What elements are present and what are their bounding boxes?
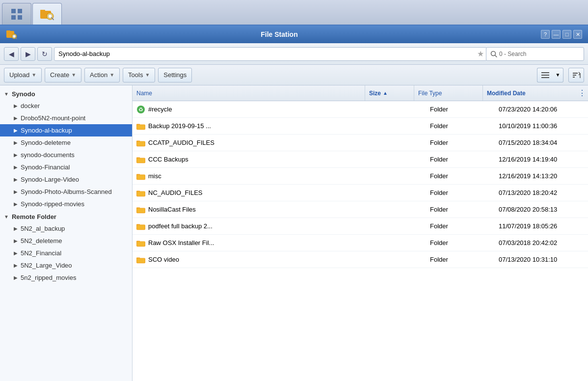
search-input[interactable] [528,50,558,57]
file-type: Folder [426,239,495,246]
svg-rect-3 [18,15,22,20]
upload-button[interactable]: Upload ▼ [4,68,42,82]
sidebar-item-drobo5n2-mount-point[interactable]: ▶Drobo5N2-mount-point [0,112,132,124]
create-dropdown-arrow: ▼ [71,72,76,78]
svg-rect-39 [137,191,145,196]
svg-text:♻: ♻ [138,107,143,112]
sidebar-item-5n2-financial[interactable]: ▶5N2_Financial [0,247,132,259]
sidebar-item-synodo-large-video[interactable]: ▶Synodo-Large-Video [0,173,132,186]
tab-grid[interactable] [2,3,31,25]
item-arrow: ▶ [14,201,18,207]
window-title: File Station [18,30,541,38]
header-options[interactable]: ⋮ [576,85,588,101]
sidebar-item-5n2-large-video[interactable]: ▶5N2_Large_Video [0,259,132,272]
view-dropdown-button[interactable]: ▼ [553,68,563,82]
close-button[interactable]: ✕ [573,30,582,39]
svg-rect-51 [137,258,145,263]
sidebar-item-synodo-financial[interactable]: ▶Synodo-Financial [0,161,132,173]
sort-button[interactable] [568,68,584,82]
header-size[interactable]: Size ▲ [365,85,414,101]
item-arrow: ▶ [14,263,18,268]
header-modified-date[interactable]: Modified Date [483,85,576,101]
favorite-icon[interactable]: ★ [477,49,484,58]
item-arrow: ▶ [14,177,18,182]
forward-button[interactable]: ▶ [21,47,35,61]
file-modified: 07/23/2020 14:20:06 [495,106,588,113]
file-type: Folder [426,222,495,230]
table-row[interactable]: SCO video Folder 07/13/2020 10:31:10 [133,251,588,268]
action-button[interactable]: Action ▼ [84,68,120,82]
nav-bar: ◀ ▶ ↻ ★ 0 - Search [0,43,588,65]
table-row[interactable]: CCATP_AUDIO_FILES Folder 07/15/2020 18:3… [133,135,588,151]
folder-icon [136,122,145,130]
item-arrow: ▶ [14,275,18,280]
file-name: Backup 2019-09-15 ... [133,122,377,130]
upload-dropdown-arrow: ▼ [31,72,36,78]
header-file-type[interactable]: File Type [414,85,483,101]
tab-file-station[interactable] [32,3,62,25]
svg-rect-45 [137,225,145,229]
folder-icon [136,189,145,197]
folder-icon [136,156,145,163]
header-name[interactable]: Name [133,85,365,101]
sidebar-section-remote[interactable]: ▼ Remote Folder [0,210,132,222]
toolbar: Upload ▼ Create ▼ Action ▼ Tools ▼ Setti… [0,65,588,85]
file-type: Folder [426,106,495,113]
remote-items: ▶5N2_al_backup▶5N2_deleteme▶5N2_Financia… [0,222,132,284]
item-arrow: ▶ [14,164,18,170]
tab-bar [0,0,588,26]
table-row[interactable]: podfeet full backup 2... Folder 11/07/20… [133,218,588,235]
sidebar-item-synodo-ripped-movies[interactable]: ▶Synodo-ripped-movies [0,198,132,210]
synodo-collapse-arrow: ▼ [4,91,9,97]
item-arrow: ▶ [14,238,18,244]
file-name: podfeet full backup 2... [133,222,377,230]
sidebar-item-synodo-photo-albums-scanned[interactable]: ▶Synodo-Photo-Albums-Scanned [0,186,132,198]
folder-icon [136,206,145,214]
sidebar-item-5n2-al-backup[interactable]: ▶5N2_al_backup [0,222,132,235]
sidebar-item-5n2-deleteme[interactable]: ▶5N2_deleteme [0,235,132,247]
path-input[interactable] [54,47,487,61]
sidebar-item-docker[interactable]: ▶docker [0,100,132,112]
title-bar: File Station ? — □ ✕ [0,26,588,43]
maximize-button[interactable]: □ [562,30,571,39]
file-name: CCC Backups [133,156,377,163]
create-label: Create [50,71,69,79]
sidebar-item-synodo-al-backup[interactable]: ▶Synodo-al-backup [0,124,132,136]
grid-icon [10,7,24,21]
size-sort-arrow: ▲ [383,90,388,96]
tools-button[interactable]: Tools ▼ [123,68,155,82]
file-type: Folder [426,189,495,196]
list-view-button[interactable] [537,68,553,82]
sidebar-item-5n2-ripped-movies[interactable]: ▶5n2_ripped_movies [0,272,132,284]
sidebar-section-synodo[interactable]: ▼ Synodo [0,87,132,100]
item-arrow: ▶ [14,152,18,158]
sidebar-item-synodo-documents[interactable]: ▶synodo-documents [0,149,132,161]
file-name: CCATP_AUDIO_FILES [133,139,377,147]
back-button[interactable]: ◀ [4,47,19,61]
table-row[interactable]: ♻ #recycle Folder 07/23/2020 14:20:06 [133,101,588,118]
search-prefix: 0 - Search [499,51,526,57]
main-layout: ▼ Synodo ▶docker▶Drobo5N2-mount-point▶Sy… [0,85,588,381]
minimize-button[interactable]: — [552,30,561,39]
svg-rect-27 [137,125,145,129]
settings-button[interactable]: Settings [158,68,192,82]
refresh-button[interactable]: ↻ [37,47,52,61]
svg-rect-30 [137,141,145,146]
table-row[interactable]: NosillaCast Files Folder 07/08/2020 20:5… [133,201,588,218]
forward-icon: ▶ [26,50,31,58]
file-table-header: Name Size ▲ File Type Modified Date ⋮ [133,85,588,101]
table-row[interactable]: Backup 2019-09-15 ... Folder 10/10/2019 … [133,118,588,135]
help-button[interactable]: ? [541,30,550,39]
table-row[interactable]: Raw OSX Installer Fil... Folder 07/03/20… [133,235,588,251]
create-button[interactable]: Create ▼ [45,68,81,82]
table-row[interactable]: CCC Backups Folder 12/16/2019 14:19:40 [133,151,588,168]
table-row[interactable]: misc Folder 12/16/2019 14:13:20 [133,168,588,185]
sidebar: ▼ Synodo ▶docker▶Drobo5N2-mount-point▶Sy… [0,85,133,381]
view-toggle: ▼ [537,68,563,82]
item-arrow: ▶ [14,103,18,109]
table-row[interactable]: NC_AUDIO_FILES Folder 07/13/2020 18:20:4… [133,185,588,201]
sidebar-item-synodo-deleteme[interactable]: ▶Synodo-deleteme [0,136,132,149]
refresh-icon: ↻ [42,50,48,58]
action-dropdown-arrow: ▼ [109,72,114,78]
search-icon [490,51,497,57]
